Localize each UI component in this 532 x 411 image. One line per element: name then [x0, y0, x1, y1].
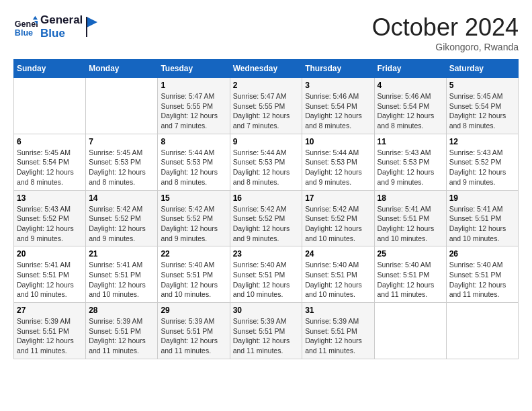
day-number: 1	[161, 81, 226, 90]
day-info: Sunrise: 5:40 AMSunset: 5:51 PMDaylight:…	[378, 260, 443, 300]
day-number: 28	[89, 306, 154, 315]
calendar-cell: 22Sunrise: 5:40 AMSunset: 5:51 PMDayligh…	[158, 246, 230, 303]
day-info: Sunrise: 5:44 AMSunset: 5:53 PMDaylight:…	[161, 148, 226, 187]
svg-marker-2	[33, 16, 38, 19]
day-number: 7	[89, 137, 154, 146]
logo-icon: General Blue	[13, 15, 38, 39]
column-header-saturday: Saturday	[446, 60, 518, 78]
day-info: Sunrise: 5:45 AMSunset: 5:54 PMDaylight:…	[17, 148, 83, 187]
day-number: 16	[233, 193, 300, 203]
day-number: 2	[233, 81, 300, 90]
calendar-header-row: SundayMondayTuesdayWednesdayThursdayFrid…	[14, 60, 519, 78]
day-number: 23	[233, 249, 300, 259]
day-number: 3	[305, 81, 371, 90]
column-header-friday: Friday	[374, 60, 446, 78]
calendar-cell: 11Sunrise: 5:43 AMSunset: 5:53 PMDayligh…	[374, 134, 446, 190]
logo: General Blue General Blue	[13, 13, 99, 41]
day-number: 30	[233, 306, 300, 315]
calendar-cell: 24Sunrise: 5:40 AMSunset: 5:51 PMDayligh…	[302, 246, 374, 303]
day-number: 11	[378, 137, 443, 146]
day-info: Sunrise: 5:39 AMSunset: 5:51 PMDaylight:…	[17, 316, 83, 356]
day-number: 26	[449, 249, 515, 259]
page-header: General Blue General Blue October 2024 G…	[13, 13, 519, 52]
day-info: Sunrise: 5:47 AMSunset: 5:55 PMDaylight:…	[233, 91, 300, 131]
day-number: 4	[378, 81, 443, 90]
day-info: Sunrise: 5:43 AMSunset: 5:52 PMDaylight:…	[449, 148, 515, 187]
location-subtitle: Gikongoro, Rwanda	[372, 42, 519, 52]
svg-marker-4	[87, 17, 97, 28]
day-info: Sunrise: 5:41 AMSunset: 5:51 PMDaylight:…	[449, 204, 515, 244]
day-info: Sunrise: 5:41 AMSunset: 5:51 PMDaylight:…	[89, 260, 154, 300]
day-info: Sunrise: 5:40 AMSunset: 5:51 PMDaylight:…	[305, 260, 371, 300]
calendar-table: SundayMondayTuesdayWednesdayThursdayFrid…	[13, 59, 519, 359]
day-number: 27	[17, 306, 83, 315]
day-info: Sunrise: 5:39 AMSunset: 5:51 PMDaylight:…	[161, 316, 226, 356]
day-number: 31	[305, 306, 371, 315]
calendar-cell: 1Sunrise: 5:47 AMSunset: 5:55 PMDaylight…	[158, 78, 230, 134]
calendar-cell: 18Sunrise: 5:41 AMSunset: 5:51 PMDayligh…	[374, 190, 446, 246]
week-row-2: 6Sunrise: 5:45 AMSunset: 5:54 PMDaylight…	[14, 134, 519, 190]
calendar-cell	[86, 78, 158, 134]
calendar-cell: 20Sunrise: 5:41 AMSunset: 5:51 PMDayligh…	[14, 246, 86, 303]
day-number: 10	[305, 137, 371, 146]
day-info: Sunrise: 5:40 AMSunset: 5:51 PMDaylight:…	[449, 260, 515, 300]
calendar-cell: 23Sunrise: 5:40 AMSunset: 5:51 PMDayligh…	[230, 246, 302, 303]
day-info: Sunrise: 5:41 AMSunset: 5:51 PMDaylight:…	[378, 204, 443, 244]
day-number: 9	[233, 137, 300, 146]
day-number: 15	[161, 193, 226, 203]
calendar-cell: 4Sunrise: 5:46 AMSunset: 5:54 PMDaylight…	[374, 78, 446, 134]
day-number: 6	[17, 137, 83, 146]
day-info: Sunrise: 5:44 AMSunset: 5:53 PMDaylight:…	[233, 148, 300, 187]
day-info: Sunrise: 5:40 AMSunset: 5:51 PMDaylight:…	[161, 260, 226, 300]
day-info: Sunrise: 5:47 AMSunset: 5:55 PMDaylight:…	[161, 91, 226, 131]
calendar-cell: 10Sunrise: 5:44 AMSunset: 5:53 PMDayligh…	[302, 134, 374, 190]
day-info: Sunrise: 5:45 AMSunset: 5:53 PMDaylight:…	[89, 148, 154, 187]
column-header-tuesday: Tuesday	[158, 60, 230, 78]
calendar-cell: 14Sunrise: 5:42 AMSunset: 5:52 PMDayligh…	[86, 190, 158, 246]
day-number: 29	[161, 306, 226, 315]
day-number: 5	[449, 81, 515, 90]
column-header-wednesday: Wednesday	[230, 60, 302, 78]
logo-flag-icon	[85, 17, 99, 37]
logo-blue: Blue	[40, 27, 83, 40]
calendar-cell: 5Sunrise: 5:45 AMSunset: 5:54 PMDaylight…	[446, 78, 518, 134]
day-info: Sunrise: 5:46 AMSunset: 5:54 PMDaylight:…	[378, 91, 443, 131]
calendar-cell: 21Sunrise: 5:41 AMSunset: 5:51 PMDayligh…	[86, 246, 158, 303]
day-info: Sunrise: 5:46 AMSunset: 5:54 PMDaylight:…	[305, 91, 371, 131]
title-block: October 2024 Gikongoro, Rwanda	[372, 13, 519, 52]
calendar-cell: 17Sunrise: 5:42 AMSunset: 5:52 PMDayligh…	[302, 190, 374, 246]
day-number: 25	[378, 249, 443, 259]
calendar-cell: 3Sunrise: 5:46 AMSunset: 5:54 PMDaylight…	[302, 78, 374, 134]
calendar-cell: 16Sunrise: 5:42 AMSunset: 5:52 PMDayligh…	[230, 190, 302, 246]
calendar-cell	[374, 303, 446, 359]
day-number: 20	[17, 249, 83, 259]
day-number: 24	[305, 249, 371, 259]
calendar-cell: 28Sunrise: 5:39 AMSunset: 5:51 PMDayligh…	[86, 303, 158, 359]
calendar-cell: 9Sunrise: 5:44 AMSunset: 5:53 PMDaylight…	[230, 134, 302, 190]
calendar-cell: 13Sunrise: 5:43 AMSunset: 5:52 PMDayligh…	[14, 190, 86, 246]
month-title: October 2024	[372, 13, 519, 42]
day-info: Sunrise: 5:42 AMSunset: 5:52 PMDaylight:…	[305, 204, 371, 244]
day-number: 8	[161, 137, 226, 146]
calendar-cell	[446, 303, 518, 359]
day-number: 18	[378, 193, 443, 203]
day-info: Sunrise: 5:39 AMSunset: 5:51 PMDaylight:…	[233, 316, 300, 356]
calendar-cell: 27Sunrise: 5:39 AMSunset: 5:51 PMDayligh…	[14, 303, 86, 359]
day-number: 19	[449, 193, 515, 203]
calendar-cell	[14, 78, 86, 134]
week-row-5: 27Sunrise: 5:39 AMSunset: 5:51 PMDayligh…	[14, 303, 519, 359]
day-info: Sunrise: 5:43 AMSunset: 5:52 PMDaylight:…	[17, 204, 83, 244]
svg-text:Blue: Blue	[15, 28, 33, 38]
day-info: Sunrise: 5:42 AMSunset: 5:52 PMDaylight:…	[233, 204, 300, 244]
calendar-cell: 19Sunrise: 5:41 AMSunset: 5:51 PMDayligh…	[446, 190, 518, 246]
calendar-cell: 25Sunrise: 5:40 AMSunset: 5:51 PMDayligh…	[374, 246, 446, 303]
week-row-1: 1Sunrise: 5:47 AMSunset: 5:55 PMDaylight…	[14, 78, 519, 134]
calendar-cell: 2Sunrise: 5:47 AMSunset: 5:55 PMDaylight…	[230, 78, 302, 134]
day-info: Sunrise: 5:39 AMSunset: 5:51 PMDaylight:…	[89, 316, 154, 356]
calendar-cell: 15Sunrise: 5:42 AMSunset: 5:52 PMDayligh…	[158, 190, 230, 246]
calendar-cell: 26Sunrise: 5:40 AMSunset: 5:51 PMDayligh…	[446, 246, 518, 303]
day-info: Sunrise: 5:42 AMSunset: 5:52 PMDaylight:…	[161, 204, 226, 244]
calendar-cell: 7Sunrise: 5:45 AMSunset: 5:53 PMDaylight…	[86, 134, 158, 190]
day-info: Sunrise: 5:42 AMSunset: 5:52 PMDaylight:…	[89, 204, 154, 244]
day-number: 12	[449, 137, 515, 146]
